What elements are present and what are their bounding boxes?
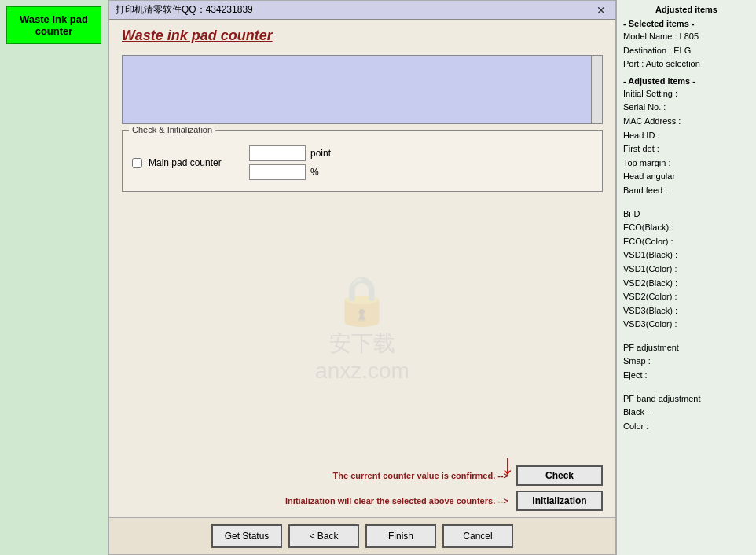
check-action-row: The current counter value is confirmed. … [122, 465, 603, 486]
serial-no: Serial No. : [623, 101, 750, 115]
init-action-row: Initialization will clear the selected a… [122, 491, 603, 511]
initial-setting: Initial Setting : [623, 87, 750, 101]
mac-address: MAC Address : [623, 115, 750, 129]
log-area [122, 55, 603, 124]
right-panel: Adjusted items - Selected items - Model … [616, 0, 756, 555]
bi-d: Bi-D [623, 208, 750, 222]
destination: Destination : ELG [623, 44, 750, 58]
init-action-label: Initialization will clear the selected a… [285, 496, 508, 505]
top-margin: Top margin : [623, 156, 750, 171]
sidebar: Waste ink pad counter [0, 0, 108, 555]
adjusted-items-header: - Adjusted items - [623, 76, 750, 86]
log-scrollbar[interactable] [591, 56, 602, 123]
port: Port : Auto selection [623, 57, 750, 72]
sidebar-item-waste-ink[interactable]: Waste ink pad counter [6, 6, 101, 44]
counter-inputs: point % [249, 145, 331, 180]
percent-unit: % [310, 167, 319, 178]
watermark-text: 安下载anxz.com [315, 329, 409, 384]
pf-band-adjustment: PF band adjustment [623, 392, 750, 406]
eject: Eject : [623, 369, 750, 383]
head-id: Head ID : [623, 129, 750, 143]
vsd3-color: VSD3(Color) : [623, 318, 750, 332]
main-area: 打印机清零软件QQ：434231839 ✕ Waste ink pad coun… [108, 0, 616, 555]
eco-black: ECO(Black) : [623, 221, 750, 235]
page-title: Waste ink pad counter [122, 28, 603, 44]
watermark: 🔒 安下载anxz.com [315, 273, 409, 384]
main-pad-checkbox[interactable] [132, 158, 142, 168]
vsd2-color: VSD2(Color) : [623, 290, 750, 304]
get-status-button[interactable]: Get Status [211, 524, 282, 548]
point-unit: point [310, 148, 331, 159]
pf-color: Color : [623, 420, 750, 434]
initialization-button[interactable]: Initialization [516, 491, 603, 511]
title-bar-text: 打印机清零软件QQ：434231839 [116, 3, 253, 17]
pf-black: Black : [623, 406, 750, 420]
check-init-group: Check & Initialization Main pad counter … [122, 130, 603, 192]
band-feed: Band feed : [623, 184, 750, 198]
check-button[interactable]: Check [516, 465, 603, 486]
counter-row: Main pad counter point % [132, 145, 593, 180]
head-angular: Head angular [623, 170, 750, 184]
close-button[interactable]: ✕ [593, 4, 609, 17]
point-row: point [249, 145, 331, 161]
check-action-label: The current counter value is confirmed. … [333, 471, 508, 480]
finish-button[interactable]: Finish [365, 524, 436, 548]
title-bar: 打印机清零软件QQ：434231839 ✕ [109, 1, 615, 20]
watermark-area: 🔒 安下载anxz.com [122, 198, 603, 458]
main-pad-percent-input[interactable] [249, 164, 306, 180]
vsd3-black: VSD3(Black) : [623, 304, 750, 318]
main-pad-label: Main pad counter [149, 157, 243, 168]
action-rows: The current counter value is confirmed. … [109, 465, 615, 517]
vsd1-black: VSD1(Black) : [623, 248, 750, 263]
footer: Get Status < Back Finish Cancel [109, 517, 615, 554]
selected-items-header: - Selected items - [623, 19, 750, 28]
watermark-icon: 🔒 [315, 273, 409, 329]
percent-row: % [249, 164, 331, 180]
vsd2-black: VSD2(Black) : [623, 277, 750, 291]
first-dot: First dot : [623, 142, 750, 156]
eco-color: ECO(Color) : [623, 235, 750, 249]
check-init-legend: Check & Initialization [129, 125, 215, 134]
smap: Smap : [623, 355, 750, 369]
content-area: Waste ink pad counter Check & Initializa… [109, 20, 615, 465]
main-pad-point-input[interactable] [249, 145, 306, 161]
back-button[interactable]: < Back [288, 524, 359, 548]
cancel-button[interactable]: Cancel [442, 524, 513, 548]
vsd1-color: VSD1(Color) : [623, 263, 750, 277]
pf-adjustment: PF adjustment [623, 341, 750, 355]
right-panel-title: Adjusted items [623, 5, 750, 14]
model-name: Model Name : L805 [623, 30, 750, 44]
